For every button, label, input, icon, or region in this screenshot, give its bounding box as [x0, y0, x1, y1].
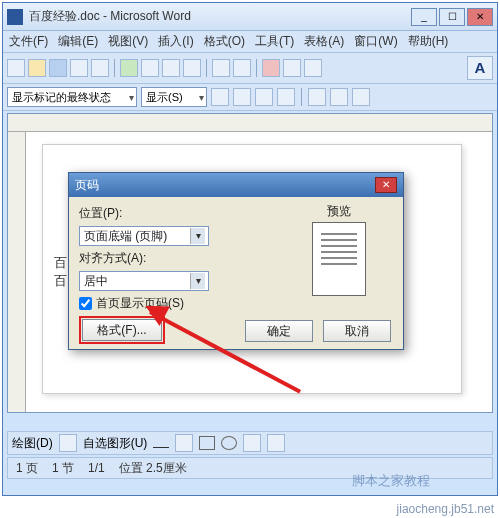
menu-view[interactable]: 视图(V)	[108, 33, 148, 50]
reject-icon[interactable]	[277, 88, 295, 106]
standard-toolbar: A	[3, 53, 497, 84]
new-doc-icon[interactable]	[7, 59, 25, 77]
preview-pane: 预览	[289, 203, 389, 296]
titlebar: 百度经验.doc - Microsoft Word _ ☐ ✕	[3, 3, 497, 31]
undo-icon[interactable]	[212, 59, 230, 77]
menu-tools[interactable]: 工具(T)	[255, 33, 294, 50]
drawing-toolbar: 绘图(D) 自选图形(U)	[7, 431, 493, 455]
watermark-url: jiaocheng.jb51.net	[397, 502, 494, 516]
dialog-titlebar: 页码 ✕	[69, 173, 403, 197]
close-button[interactable]: ✕	[467, 8, 493, 26]
dialog-buttons: 确定 取消	[245, 320, 391, 342]
prev-change-icon[interactable]	[211, 88, 229, 106]
comment-icon[interactable]	[308, 88, 326, 106]
rectangle-shape-icon[interactable]	[199, 436, 215, 450]
preview-icon[interactable]	[91, 59, 109, 77]
watermark-brand: 脚本之家教程	[352, 472, 430, 490]
horizontal-ruler[interactable]	[8, 114, 492, 132]
status-page: 1 页	[16, 460, 38, 477]
annotation-highlight: 格式(F)...	[79, 316, 165, 344]
print-icon[interactable]	[70, 59, 88, 77]
separator	[301, 88, 302, 106]
draw-menu[interactable]: 绘图(D)	[12, 435, 53, 452]
save-icon[interactable]	[49, 59, 67, 77]
separator	[256, 59, 257, 77]
preview-thumbnail	[312, 222, 366, 296]
menu-edit[interactable]: 编辑(E)	[58, 33, 98, 50]
dialog-title: 页码	[75, 177, 99, 194]
status-pages: 1/1	[88, 461, 105, 475]
spellcheck-icon[interactable]	[120, 59, 138, 77]
separator	[114, 59, 115, 77]
menu-table[interactable]: 表格(A)	[304, 33, 344, 50]
reviewing-toolbar: 显示标记的最终状态 显示(S)	[3, 84, 497, 111]
status-section: 1 节	[52, 460, 74, 477]
markup-state-combo[interactable]: 显示标记的最终状态	[7, 87, 137, 107]
menu-format[interactable]: 格式(O)	[204, 33, 245, 50]
firstpage-label: 首页显示页码(S)	[96, 295, 184, 312]
maximize-button[interactable]: ☐	[439, 8, 465, 26]
select-icon[interactable]	[59, 434, 77, 452]
next-change-icon[interactable]	[233, 88, 251, 106]
oval-shape-icon[interactable]	[221, 436, 237, 450]
status-position: 位置 2.5厘米	[119, 460, 187, 477]
menu-file[interactable]: 文件(F)	[9, 33, 48, 50]
paste-icon[interactable]	[183, 59, 201, 77]
highlight-icon[interactable]	[330, 88, 348, 106]
font-style-button[interactable]: A	[467, 56, 493, 80]
cut-icon[interactable]	[141, 59, 159, 77]
columns-icon[interactable]	[304, 59, 322, 77]
cancel-button[interactable]: 取消	[323, 320, 391, 342]
document-text: 百 百	[54, 254, 67, 290]
word-icon	[7, 9, 23, 25]
textbox-icon[interactable]	[243, 434, 261, 452]
hyperlink-icon[interactable]	[262, 59, 280, 77]
show-combo[interactable]: 显示(S)	[141, 87, 207, 107]
track-icon[interactable]	[352, 88, 370, 106]
vertical-ruler[interactable]	[8, 132, 26, 412]
ok-button[interactable]: 确定	[245, 320, 313, 342]
separator	[206, 59, 207, 77]
redo-icon[interactable]	[233, 59, 251, 77]
menu-help[interactable]: 帮助(H)	[408, 33, 449, 50]
window-controls: _ ☐ ✕	[411, 8, 493, 26]
firstpage-checkbox[interactable]	[79, 297, 92, 310]
line-shape-icon[interactable]	[153, 447, 169, 448]
menubar: 文件(F) 编辑(E) 视图(V) 插入(I) 格式(O) 工具(T) 表格(A…	[3, 31, 497, 53]
position-combo[interactable]: 页面底端 (页脚)	[79, 226, 209, 246]
menu-window[interactable]: 窗口(W)	[354, 33, 397, 50]
format-button[interactable]: 格式(F)...	[82, 319, 162, 341]
menu-insert[interactable]: 插入(I)	[158, 33, 193, 50]
open-icon[interactable]	[28, 59, 46, 77]
accept-icon[interactable]	[255, 88, 273, 106]
align-combo[interactable]: 居中	[79, 271, 209, 291]
dialog-body: 位置(P): 页面底端 (页脚) 对齐方式(A): 居中 首页显示页码(S) 格…	[69, 197, 403, 352]
autoshapes-menu[interactable]: 自选图形(U)	[83, 435, 148, 452]
window-title: 百度经验.doc - Microsoft Word	[29, 8, 411, 25]
firstpage-checkbox-row: 首页显示页码(S)	[79, 295, 393, 312]
wordart-icon[interactable]	[267, 434, 285, 452]
arrow-shape-icon[interactable]	[175, 434, 193, 452]
dialog-close-button[interactable]: ✕	[375, 177, 397, 193]
minimize-button[interactable]: _	[411, 8, 437, 26]
table-icon[interactable]	[283, 59, 301, 77]
preview-label: 预览	[289, 203, 389, 220]
align-label: 对齐方式(A):	[79, 250, 149, 267]
position-label: 位置(P):	[79, 205, 149, 222]
page-numbers-dialog: 页码 ✕ 位置(P): 页面底端 (页脚) 对齐方式(A): 居中 首页显示页码…	[68, 172, 404, 350]
copy-icon[interactable]	[162, 59, 180, 77]
